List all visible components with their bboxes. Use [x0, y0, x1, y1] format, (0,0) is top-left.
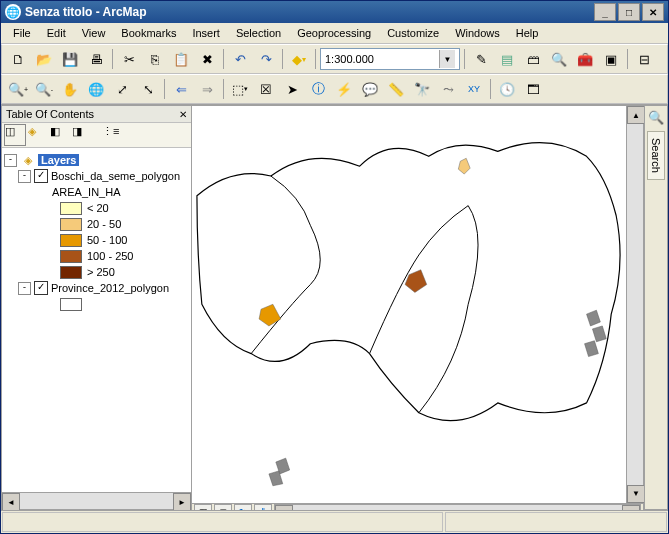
chevron-down-icon[interactable]: ▼ — [439, 50, 455, 68]
boschi-cluster — [585, 310, 607, 356]
maximize-button[interactable]: □ — [618, 3, 640, 21]
catalog-icon[interactable]: 🗃 — [521, 47, 545, 71]
search-window-icon[interactable]: 🔍 — [547, 47, 571, 71]
svg-marker-0 — [587, 310, 601, 326]
full-extent-icon[interactable]: 🌐 — [84, 77, 108, 101]
redo-icon[interactable]: ↷ — [254, 47, 278, 71]
boschi-cluster — [269, 458, 290, 486]
pan-icon[interactable]: ✋ — [58, 77, 82, 101]
menu-edit[interactable]: Edit — [39, 25, 74, 41]
pointer-icon[interactable]: ➤ — [280, 77, 304, 101]
cut-icon[interactable]: ✂ — [117, 47, 141, 71]
menu-file[interactable]: File — [5, 25, 39, 41]
map-scale-value: 1:300.000 — [325, 53, 374, 65]
save-icon[interactable]: 💾 — [58, 47, 82, 71]
goto-xy-icon[interactable]: XY — [462, 77, 486, 101]
close-button[interactable]: ✕ — [642, 3, 664, 21]
menu-windows[interactable]: Windows — [447, 25, 508, 41]
new-doc-icon[interactable]: 🗋 — [6, 47, 30, 71]
map-scale-combo[interactable]: 1:300.000 ▼ — [320, 48, 460, 70]
work-area: Table Of Contents ✕ ◫ ◈ ◧ ◨ ⋮≡ - ◈ Layer… — [1, 104, 668, 510]
menu-insert[interactable]: Insert — [184, 25, 228, 41]
arcmap-window: 🌐 Senza titolo - ArcMap _ □ ✕ File Edit … — [0, 0, 669, 534]
popup-icon[interactable]: 💬 — [358, 77, 382, 101]
toc-icon[interactable]: ▤ — [495, 47, 519, 71]
undo-icon[interactable]: ↶ — [228, 47, 252, 71]
find-icon[interactable]: 🔭 — [410, 77, 434, 101]
dataframe-label[interactable]: Layers — [38, 154, 79, 166]
identify-icon[interactable]: ⓘ — [306, 77, 330, 101]
model-builder-icon[interactable]: ⊟ — [632, 47, 656, 71]
layer2-name[interactable]: Province_2012_polygon — [51, 282, 169, 294]
time-slider-icon[interactable]: 🕓 — [495, 77, 519, 101]
menu-geoprocessing[interactable]: Geoprocessing — [289, 25, 379, 41]
layer2-checkbox[interactable]: ✓ — [34, 281, 48, 295]
paste-icon[interactable]: 📋 — [169, 47, 193, 71]
table-of-contents-panel: Table Of Contents ✕ ◫ ◈ ◧ ◨ ⋮≡ - ◈ Layer… — [1, 105, 192, 510]
measure-icon[interactable]: 📏 — [384, 77, 408, 101]
copy-icon[interactable]: ⎘ — [143, 47, 167, 71]
viewer-window-icon[interactable]: 🗔 — [521, 77, 545, 101]
print-icon[interactable]: 🖶 — [84, 47, 108, 71]
tree-toggle[interactable]: - — [4, 154, 17, 167]
list-by-source-icon[interactable]: ◈ — [28, 125, 48, 145]
scroll-up-icon[interactable]: ▲ — [627, 106, 645, 124]
minimize-button[interactable]: _ — [594, 3, 616, 21]
fixed-zoom-in-icon[interactable]: ⤢ — [110, 77, 134, 101]
legend-swatch — [60, 202, 82, 215]
toc-hscrollbar[interactable]: ◄ ► — [2, 492, 191, 509]
menu-help[interactable]: Help — [508, 25, 547, 41]
python-icon[interactable]: ▣ — [599, 47, 623, 71]
tree-toggle[interactable]: - — [18, 170, 31, 183]
toc-tree: - ◈ Layers - ✓ Boschi_da_seme_polygon AR… — [2, 148, 191, 492]
select-features-icon[interactable]: ⬚▾ — [228, 77, 252, 101]
layer1-name[interactable]: Boschi_da_seme_polygon — [51, 170, 180, 182]
tree-toggle[interactable]: - — [18, 282, 31, 295]
list-by-drawing-icon[interactable]: ◫ — [4, 124, 26, 146]
options-icon[interactable]: ⋮≡ — [102, 125, 122, 145]
search-tab[interactable]: Search — [647, 131, 665, 180]
map-panel: ▲ ▼ ▦ ▢ ↻ ‖ ◄ ► — [192, 105, 644, 510]
map-vscrollbar[interactable]: ▲ ▼ — [626, 106, 643, 503]
layer1-field: AREA_IN_HA — [52, 186, 120, 198]
search-icon[interactable]: 🔍 — [648, 110, 664, 125]
menu-bookmarks[interactable]: Bookmarks — [113, 25, 184, 41]
clear-selection-icon[interactable]: ☒ — [254, 77, 278, 101]
toolbox-icon[interactable]: 🧰 — [573, 47, 597, 71]
hyperlink-icon[interactable]: ⚡ — [332, 77, 356, 101]
layer1-checkbox[interactable]: ✓ — [34, 169, 48, 183]
next-extent-icon[interactable]: ⇒ — [195, 77, 219, 101]
prev-extent-icon[interactable]: ⇐ — [169, 77, 193, 101]
fixed-zoom-out-icon[interactable]: ⤡ — [136, 77, 160, 101]
standard-toolbar: 🗋 📂 💾 🖶 ✂ ⎘ 📋 ✖ ↶ ↷ ◆▾ 1:300.000 ▼ ✎ ▤ 🗃… — [1, 44, 668, 74]
side-strip: 🔍 Search — [644, 105, 668, 510]
legend-swatch — [60, 266, 82, 279]
province-boundary — [251, 176, 320, 354]
map-canvas[interactable] — [192, 106, 626, 503]
menu-selection[interactable]: Selection — [228, 25, 289, 41]
legend-swatch — [60, 218, 82, 231]
menu-customize[interactable]: Customize — [379, 25, 447, 41]
map-svg — [192, 106, 626, 503]
scroll-down-icon[interactable]: ▼ — [627, 485, 645, 503]
legend-label: 20 - 50 — [87, 218, 121, 230]
zoom-out-icon[interactable]: 🔍- — [32, 77, 56, 101]
status-pane — [445, 512, 667, 532]
list-by-visibility-icon[interactable]: ◧ — [50, 125, 70, 145]
open-icon[interactable]: 📂 — [32, 47, 56, 71]
editor-icon[interactable]: ✎ — [469, 47, 493, 71]
map-bottom-bar: ▦ ▢ ↻ ‖ ◄ ► — [192, 503, 643, 510]
scroll-right-icon[interactable]: ► — [173, 493, 191, 510]
svg-marker-2 — [585, 341, 599, 357]
add-data-icon[interactable]: ◆▾ — [287, 47, 311, 71]
status-pane — [2, 512, 443, 532]
legend-label: 100 - 250 — [87, 250, 133, 262]
scroll-left-icon[interactable]: ◄ — [2, 493, 20, 510]
toc-close-icon[interactable]: ✕ — [179, 109, 187, 120]
delete-icon[interactable]: ✖ — [195, 47, 219, 71]
list-by-selection-icon[interactable]: ◨ — [72, 125, 92, 145]
menu-view[interactable]: View — [74, 25, 114, 41]
zoom-in-icon[interactable]: 🔍+ — [6, 77, 30, 101]
find-route-icon[interactable]: ⤳ — [436, 77, 460, 101]
legend-swatch — [60, 234, 82, 247]
